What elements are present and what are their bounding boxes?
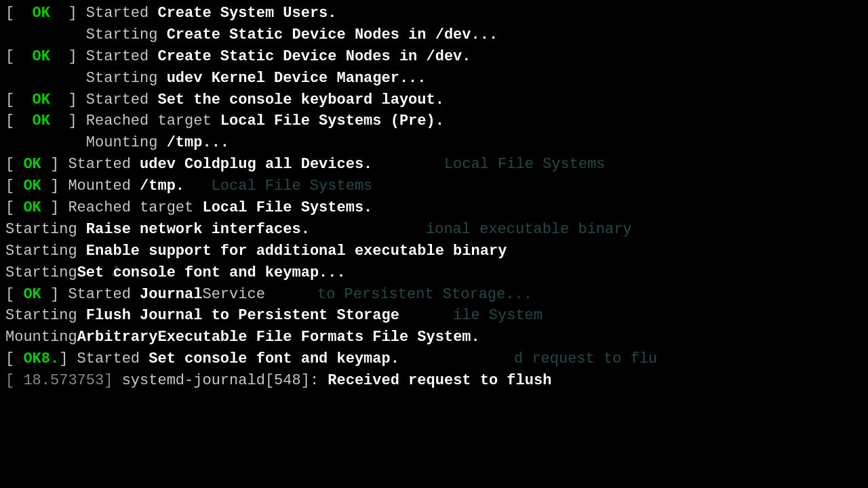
log-line-4: Starting udev Kernel Device Manager... bbox=[5, 68, 863, 89]
log-line-14: [ OK ] Started JournalService to Persist… bbox=[5, 284, 863, 306]
log-line-3: [ OK ] Started Create Static Device Node… bbox=[5, 46, 863, 68]
log-line-15: Starting Flush Journal to Persistent Sto… bbox=[5, 305, 863, 327]
log-line-5: [ OK ] Started Set the console keyboard … bbox=[5, 89, 863, 111]
log-line-7: Mounting /tmp... bbox=[5, 132, 863, 154]
log-line-10: [ OK ] Reached target Local File Systems… bbox=[5, 197, 863, 219]
terminal-output: [ OK ] Started Create System Users. Star… bbox=[0, 0, 868, 488]
log-line-2: Starting Create Static Device Nodes in /… bbox=[5, 24, 863, 46]
log-line-16: MountingArbitraryExecutable File Formats… bbox=[5, 327, 863, 348]
log-line-17: [ OK8.] Started Set console font and key… bbox=[5, 348, 863, 370]
log-line-6: [ OK ] Reached target Local File Systems… bbox=[5, 110, 863, 132]
log-line-18: [ 18.573753] systemd-journald[548]: Rece… bbox=[5, 370, 863, 392]
log-line-11: Starting Raise network interfaces. ional… bbox=[5, 219, 863, 241]
log-line-1: [ OK ] Started Create System Users. bbox=[5, 3, 863, 24]
log-line-9: [ OK ] Mounted /tmp. Local File Systems bbox=[5, 176, 863, 197]
log-line-12: Starting Enable support for additional e… bbox=[5, 241, 863, 262]
log-line-13: StartingSet console font and keymap... J bbox=[5, 262, 863, 284]
log-line-8: [ OK ] Started udev Coldplug all Devices… bbox=[5, 154, 863, 176]
